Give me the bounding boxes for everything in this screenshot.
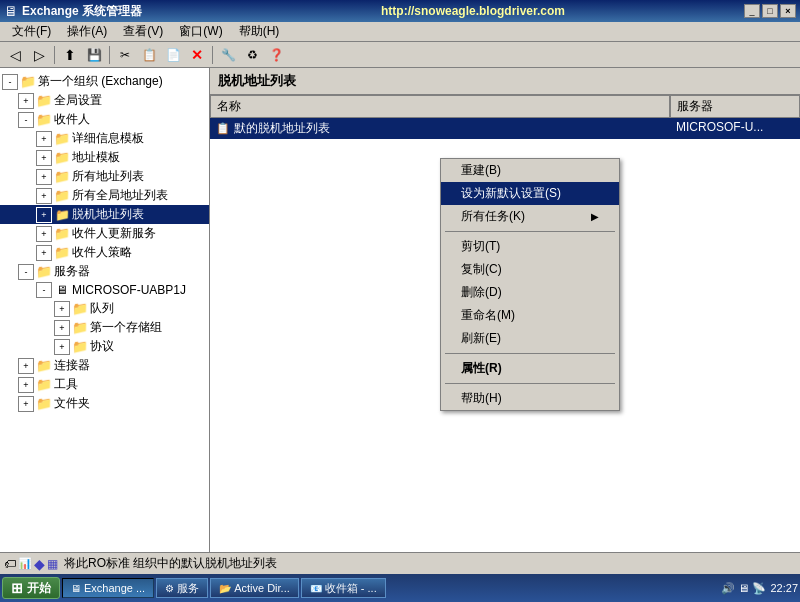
paste-button[interactable]: 📄 xyxy=(162,44,184,66)
column-header-name[interactable]: 名称 xyxy=(210,95,670,118)
expander-all-addr[interactable]: + xyxy=(36,169,52,185)
list-row-icon: 📋 xyxy=(216,122,230,135)
taskbar-btn-inbox[interactable]: 📧 收件箱 - ... xyxy=(301,578,386,598)
tree-item-tools[interactable]: + 📁 工具 xyxy=(0,375,209,394)
tree-item-global[interactable]: + 📁 全局设置 xyxy=(0,91,209,110)
back-button[interactable]: ◁ xyxy=(4,44,26,66)
folder-icon-tools: 📁 xyxy=(36,377,52,393)
tree-label-recipient-policy: 收件人策略 xyxy=(72,244,132,261)
maximize-button[interactable]: □ xyxy=(762,4,778,18)
folder-icon-all-addr: 📁 xyxy=(54,169,70,185)
tree-label-root: 第一个组织 (Exchange) xyxy=(38,73,163,90)
taskbar: ⊞ 开始 🖥 Exchange ... ⚙ 服务 📂 Active Dir...… xyxy=(0,574,800,602)
context-menu: 重建(B) 设为新默认设置(S) 所有任务(K) ▶ 剪切(T) 复制(C) 删… xyxy=(440,158,620,411)
main-container: - 📁 第一个组织 (Exchange) + 📁 全局设置 - 📁 收件人 + … xyxy=(0,68,800,552)
ctx-rename[interactable]: 重命名(M) xyxy=(441,304,619,327)
tree-item-queue[interactable]: + 📁 队列 xyxy=(0,299,209,318)
expander-tools[interactable]: + xyxy=(18,377,34,393)
menu-action[interactable]: 操作(A) xyxy=(59,21,115,42)
taskbar-btn-services[interactable]: ⚙ 服务 xyxy=(156,578,208,598)
ctx-all-tasks[interactable]: 所有任务(K) ▶ xyxy=(441,205,619,228)
menu-file[interactable]: 文件(F) xyxy=(4,21,59,42)
list-row-name-text: 默的脱机地址列表 xyxy=(234,120,330,137)
menu-help[interactable]: 帮助(H) xyxy=(231,21,288,42)
menu-view[interactable]: 查看(V) xyxy=(115,21,171,42)
save-button[interactable]: 💾 xyxy=(83,44,105,66)
tree-item-store-group[interactable]: + 📁 第一个存储组 xyxy=(0,318,209,337)
ctx-refresh[interactable]: 刷新(E) xyxy=(441,327,619,350)
up-button[interactable]: ⬆ xyxy=(59,44,81,66)
expander-server-node[interactable]: - xyxy=(36,282,52,298)
close-button[interactable]: × xyxy=(780,4,796,18)
menu-bar: 文件(F) 操作(A) 查看(V) 窗口(W) 帮助(H) xyxy=(0,22,800,42)
refresh-button[interactable]: ♻ xyxy=(241,44,263,66)
ctx-help[interactable]: 帮助(H) xyxy=(441,387,619,410)
expander-protocol[interactable]: + xyxy=(54,339,70,355)
help-button[interactable]: ❓ xyxy=(265,44,287,66)
tree-label-folders: 文件夹 xyxy=(54,395,90,412)
cut-button[interactable]: ✂ xyxy=(114,44,136,66)
ctx-properties[interactable]: 属性(R) xyxy=(441,357,619,380)
tree-item-server-node[interactable]: - 🖥 MICROSOF-UABP1J xyxy=(0,281,209,299)
folder-icon-connectors: 📁 xyxy=(36,358,52,374)
taskbar-btn-exchange[interactable]: 🖥 Exchange ... xyxy=(62,578,154,598)
expander-global[interactable]: + xyxy=(18,93,34,109)
expander-global-addr[interactable]: + xyxy=(36,188,52,204)
ctx-delete[interactable]: 删除(D) xyxy=(441,281,619,304)
tree-panel[interactable]: - 📁 第一个组织 (Exchange) + 📁 全局设置 - 📁 收件人 + … xyxy=(0,68,210,552)
expander-servers[interactable]: - xyxy=(18,264,34,280)
app-icon: 🖥 xyxy=(4,3,18,19)
tree-item-protocol[interactable]: + 📁 协议 xyxy=(0,337,209,356)
tree-item-root[interactable]: - 📁 第一个组织 (Exchange) xyxy=(0,72,209,91)
tree-item-recipient-update[interactable]: + 📁 收件人更新服务 xyxy=(0,224,209,243)
taskbar-label-services: 服务 xyxy=(177,581,199,596)
expander-root[interactable]: - xyxy=(2,74,18,90)
delete-button[interactable]: ✕ xyxy=(186,44,208,66)
folder-icon-store-group: 📁 xyxy=(72,320,88,336)
ctx-rebuild[interactable]: 重建(B) xyxy=(441,159,619,182)
tree-item-servers[interactable]: - 📁 服务器 xyxy=(0,262,209,281)
forward-button[interactable]: ▷ xyxy=(28,44,50,66)
folder-icon-root: 📁 xyxy=(20,74,36,90)
title-bar-controls: _ □ × xyxy=(744,4,796,18)
taskbar-btn-activedir[interactable]: 📂 Active Dir... xyxy=(210,578,299,598)
expander-offline[interactable]: + xyxy=(36,207,52,223)
tree-item-recipients[interactable]: - 📁 收件人 xyxy=(0,110,209,129)
toolbar-separator-3 xyxy=(212,46,213,64)
tree-item-all-addr[interactable]: + 📁 所有地址列表 xyxy=(0,167,209,186)
tree-item-connectors[interactable]: + 📁 连接器 xyxy=(0,356,209,375)
expander-recipient-policy[interactable]: + xyxy=(36,245,52,261)
copy-button[interactable]: 📋 xyxy=(138,44,160,66)
ctx-separator-2 xyxy=(445,353,615,354)
tree-item-folders[interactable]: + 📁 文件夹 xyxy=(0,394,209,413)
expander-queue[interactable]: + xyxy=(54,301,70,317)
start-label: 开始 xyxy=(27,580,51,597)
taskbar-icon-exchange: 🖥 xyxy=(71,583,81,594)
expander-connectors[interactable]: + xyxy=(18,358,34,374)
start-button[interactable]: ⊞ 开始 xyxy=(2,577,60,599)
ctx-copy[interactable]: 复制(C) xyxy=(441,258,619,281)
tree-item-addr-template[interactable]: + 📁 地址模板 xyxy=(0,148,209,167)
tree-label-server-node: MICROSOF-UABP1J xyxy=(72,283,186,297)
expander-recipients[interactable]: - xyxy=(18,112,34,128)
properties-button[interactable]: 🔧 xyxy=(217,44,239,66)
column-header-server[interactable]: 服务器 xyxy=(670,95,800,118)
expander-detail[interactable]: + xyxy=(36,131,52,147)
tree-item-offline-addr[interactable]: + 📁 脱机地址列表 xyxy=(0,205,209,224)
minimize-button[interactable]: _ xyxy=(744,4,760,18)
tree-item-recipient-policy[interactable]: + 📁 收件人策略 xyxy=(0,243,209,262)
tree-label-store-group: 第一个存储组 xyxy=(90,319,162,336)
tree-label-recipients: 收件人 xyxy=(54,111,90,128)
ctx-cut[interactable]: 剪切(T) xyxy=(441,235,619,258)
ctx-separator-3 xyxy=(445,383,615,384)
list-row-offline[interactable]: 📋 默的脱机地址列表 MICROSOF-U... xyxy=(210,118,800,139)
tree-item-detail-template[interactable]: + 📁 详细信息模板 xyxy=(0,129,209,148)
tree-item-global-addr[interactable]: + 📁 所有全局地址列表 xyxy=(0,186,209,205)
folder-icon-recipients: 📁 xyxy=(36,112,52,128)
expander-store-group[interactable]: + xyxy=(54,320,70,336)
ctx-set-default[interactable]: 设为新默认设置(S) xyxy=(441,182,619,205)
expander-addr[interactable]: + xyxy=(36,150,52,166)
expander-folders[interactable]: + xyxy=(18,396,34,412)
expander-recipient-update[interactable]: + xyxy=(36,226,52,242)
menu-window[interactable]: 窗口(W) xyxy=(171,21,230,42)
